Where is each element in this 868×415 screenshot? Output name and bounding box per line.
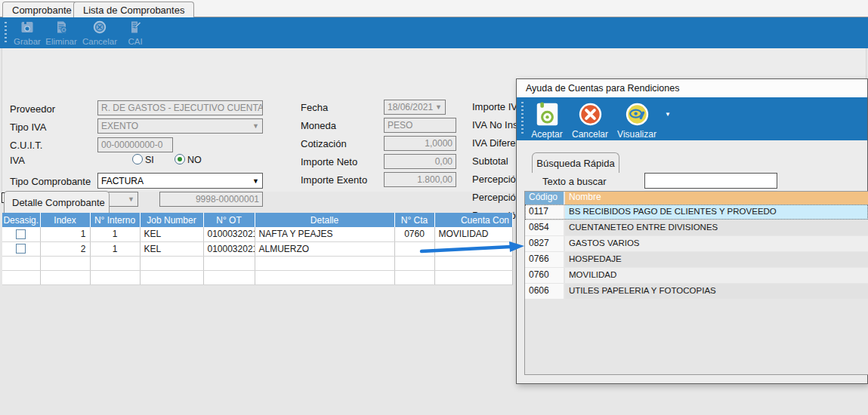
cuenta-code: 0606	[525, 284, 564, 299]
cancelar-button[interactable]: Cancelar	[82, 20, 118, 46]
grabar-label: Grabar	[14, 37, 41, 46]
fecha-value: 18/06/2021	[388, 102, 433, 112]
tab-comprobante[interactable]: Comprobante	[2, 2, 82, 17]
cai-button[interactable]: CAI	[121, 20, 150, 46]
importe-neto-label: Importe Neto	[301, 156, 357, 168]
col-nombre[interactable]: Nombre	[565, 192, 868, 204]
cell-detalle: ALMUERZO	[255, 241, 394, 256]
visualizar-label: Visualizar	[617, 130, 656, 139]
proveedor-value: R. DE GASTOS - EJECUTIVO CUENTAS	[101, 103, 263, 113]
cotizacion-label: Cotización	[301, 138, 347, 149]
percepcion-label-2: Percepción	[472, 192, 521, 203]
list-item[interactable]: 0854 CUENTANETEO ENTRE DIVISIONES	[525, 220, 868, 235]
tipo-comprobante-value: FACTURA	[101, 176, 144, 186]
table-row-empty[interactable]	[2, 256, 513, 270]
cell-index: 2	[40, 241, 90, 256]
importe-neto-value: 0,00	[435, 156, 453, 167]
cuenta-name: MOVILIDAD	[565, 268, 868, 283]
cuenta-name: UTILES PAPELERIA Y FOTOCOPIAS	[565, 284, 868, 299]
cuenta-code: 0827	[525, 236, 564, 251]
cell-interno: 1	[90, 241, 140, 256]
texto-a-buscar-label: Texto a buscar	[542, 176, 607, 187]
tab-comprobante-label: Comprobante	[12, 5, 72, 16]
save-icon	[20, 20, 34, 36]
dialog-toolbar: Aceptar Cancelar Visualizar ▼	[517, 97, 867, 140]
moneda-label: Moneda	[301, 120, 336, 131]
iva-no-radio[interactable]	[175, 154, 185, 164]
col-codigo[interactable]: Código	[525, 192, 564, 204]
eye-view-icon	[625, 102, 650, 129]
toolbar-grip[interactable]	[521, 102, 524, 136]
cancel-red-icon	[578, 102, 603, 129]
cuenta-code: 0854	[525, 220, 564, 235]
search-input[interactable]	[644, 173, 777, 189]
importe-exento-field: 1.800,00	[384, 172, 456, 187]
aceptar-label: Aceptar	[531, 130, 562, 139]
dialog-title-bar[interactable]: Ayuda de Cuentas para Rendiciones	[517, 79, 867, 97]
cotizacion-field: 1,0000	[384, 136, 456, 151]
grabar-button[interactable]: Grabar	[11, 20, 44, 46]
cell-detalle: NAFTA Y PEAJES	[255, 227, 394, 241]
cuenta-name: CUENTANETEO ENTRE DIVISIONES	[565, 220, 868, 235]
cell-ot: 0100032021	[203, 227, 255, 241]
col-detalle[interactable]: Detalle	[255, 213, 394, 227]
tipo-comprobante-dropdown[interactable]: FACTURA ▼	[97, 173, 263, 189]
tipo-iva-label: Tipo IVA	[10, 121, 46, 133]
importe-exento-value: 1.800,00	[417, 174, 453, 185]
tab-detalle-comprobante[interactable]: Detalle Comprobante	[4, 191, 110, 213]
fecha-label: Fecha	[301, 102, 328, 113]
chevron-down-icon: ▼	[435, 103, 442, 111]
toolbar-grip[interactable]	[5, 22, 7, 44]
col-job-number[interactable]: Job Number	[140, 213, 203, 227]
list-item[interactable]: 0827 GASTOS VARIOS	[525, 236, 868, 251]
iva-label: IVA	[10, 155, 25, 166]
dialog-cancelar-label: Cancelar	[572, 130, 608, 139]
cuentas-header-row: Código Nombre	[525, 192, 868, 204]
cell-index: 1	[40, 227, 90, 241]
col-index[interactable]: Index	[40, 213, 90, 227]
tab-lista-de-comprobantes[interactable]: Lista de Comprobantes	[73, 2, 194, 17]
importe-neto-field: 0,00	[384, 154, 456, 169]
toolbar-overflow-caret-icon[interactable]: ▼	[665, 111, 671, 118]
document-pencil-icon	[128, 20, 142, 36]
list-item[interactable]: 0760 MOVILIDAD	[525, 268, 868, 283]
cuit-label: C.U.I.T.	[10, 140, 42, 151]
col-n-cta[interactable]: N° Cta	[394, 213, 434, 227]
eliminar-button[interactable]: Eliminar	[44, 20, 79, 46]
aceptar-button[interactable]: Aceptar	[529, 102, 565, 139]
dialog-cancelar-button[interactable]: Cancelar	[570, 102, 610, 139]
col-desasig[interactable]: Desasig.	[2, 213, 40, 227]
tab-busqueda-rapida[interactable]: Búsqueda Rápida	[532, 152, 619, 173]
list-item[interactable]: 0766 HOSPEDAJE	[525, 252, 868, 267]
chevron-down-icon: ▼	[252, 177, 259, 185]
desasig-checkbox[interactable]	[16, 244, 26, 254]
desasig-checkbox[interactable]	[16, 229, 26, 239]
cancelar-label: Cancelar	[82, 37, 117, 46]
cell-ot: 0100032021	[203, 241, 255, 256]
chevron-down-icon: ▼	[128, 195, 134, 203]
list-item[interactable]: 0606 UTILES PAPELERIA Y FOTOCOPIAS	[525, 284, 868, 299]
percepcion-label-1: Percepción	[472, 174, 521, 185]
col-n-ot[interactable]: N° OT	[203, 213, 255, 227]
factura-numero-value: 9998-00000001	[196, 194, 259, 204]
fecha-datepicker[interactable]: 18/06/2021 ▼	[384, 100, 446, 115]
main-tab-strip: Comprobante Lista de Comprobantes	[0, 0, 868, 17]
chevron-down-icon: ▼	[252, 122, 259, 130]
table-row-empty[interactable]	[2, 270, 513, 284]
cuit-field: 00-00000000-0	[97, 137, 173, 152]
moneda-field: PESO	[384, 118, 456, 133]
save-accept-icon	[535, 102, 560, 129]
list-item[interactable]: 0117 BS RECIBIDOS PAGO DE CLIENTES Y PRO…	[525, 204, 868, 220]
tipo-iva-value: EXENTO	[101, 121, 138, 131]
iva-si-radio[interactable]	[132, 154, 143, 164]
visualizar-button[interactable]: Visualizar	[613, 102, 660, 139]
cancel-circle-icon	[93, 20, 107, 36]
eliminar-label: Eliminar	[45, 37, 77, 46]
col-cuenta-contable[interactable]: Cuenta Con	[434, 213, 513, 227]
tipo-iva-dropdown[interactable]: EXENTO ▼	[97, 118, 263, 134]
cell-job: KEL	[140, 241, 203, 256]
annotation-arrow	[415, 238, 527, 257]
col-n-interno[interactable]: N° Interno	[90, 213, 140, 227]
factura-numero-field: 9998-00000001	[159, 192, 263, 207]
subtotal-label: Subtotal	[472, 155, 508, 167]
